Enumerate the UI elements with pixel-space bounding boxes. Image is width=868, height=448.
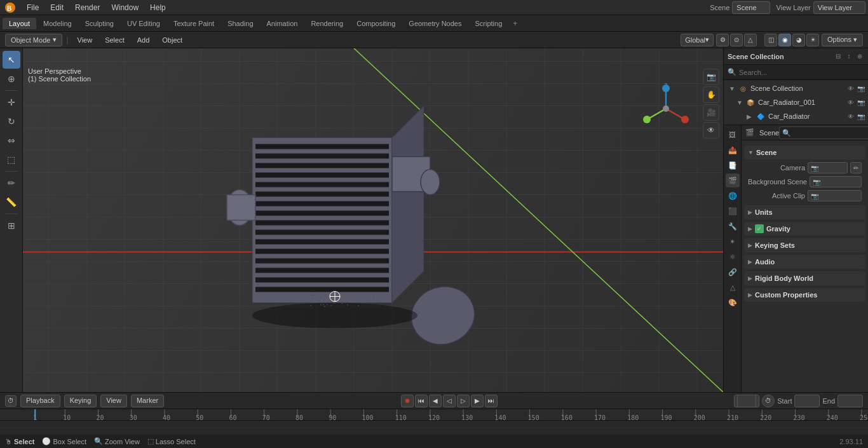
gravity-checkbox[interactable]: ✓ xyxy=(755,224,764,233)
tab-rendering[interactable]: Rendering xyxy=(304,18,349,29)
play-reverse-button[interactable]: ◁ xyxy=(443,395,456,407)
timeline-editor-icon[interactable]: ⏱ xyxy=(5,395,17,407)
timeline-body[interactable] xyxy=(0,420,868,434)
tab-scripting[interactable]: Scripting xyxy=(468,18,508,29)
keying-menu[interactable]: Keying xyxy=(64,395,97,407)
vp-menu-object[interactable]: Object xyxy=(157,35,187,45)
annotate-tool[interactable]: ✏ xyxy=(3,174,20,192)
jump-end-button[interactable]: ⏭ xyxy=(485,395,498,407)
outliner-search-input[interactable] xyxy=(739,69,864,76)
proportional-edit-button[interactable]: ⊙ xyxy=(730,34,743,46)
render-properties-icon[interactable]: 🖼 xyxy=(726,128,740,142)
measure-tool[interactable]: 📏 xyxy=(3,193,20,211)
restrict-viewport-icon[interactable]: 👁 xyxy=(846,84,855,93)
outliner-sort-icon[interactable]: ↕ xyxy=(844,52,853,61)
properties-search-input[interactable] xyxy=(779,126,868,139)
play-button[interactable]: ▷ xyxy=(457,395,470,407)
outliner-item-car-radiator[interactable]: ▶ 🔷 Car_Radiator 👁 📷 xyxy=(724,109,868,123)
tab-uv-editing[interactable]: UV Editing xyxy=(121,18,166,29)
outliner-filter-icon[interactable]: ⊟ xyxy=(834,52,843,61)
object-properties-icon[interactable]: ⬛ xyxy=(726,204,740,218)
transform-dropdown[interactable]: Global▾ xyxy=(681,34,714,46)
viewport-vis-icon[interactable]: 👁 xyxy=(846,98,855,107)
rendered-view-button[interactable]: ☀ xyxy=(806,34,819,46)
camera-value[interactable]: 📷 xyxy=(808,162,848,173)
restrict-render-icon[interactable]: 📷 xyxy=(857,84,865,93)
vp-menu-view[interactable]: View xyxy=(72,35,98,45)
solid-view-button[interactable]: ◉ xyxy=(778,34,791,46)
menu-help[interactable]: Help xyxy=(145,2,171,13)
active-clip-value[interactable]: 📷 xyxy=(808,190,862,201)
marker-menu[interactable]: Marker xyxy=(131,395,164,407)
menu-edit[interactable]: Edit xyxy=(45,2,69,13)
scene-canvas-3d[interactable] xyxy=(23,48,723,392)
car-radiator-render-icon[interactable]: 📷 xyxy=(857,112,865,121)
world-properties-icon[interactable]: 🌐 xyxy=(726,189,740,203)
camera-align-tool[interactable]: 🎥 xyxy=(703,104,719,121)
transform-pivot-button[interactable]: △ xyxy=(744,34,757,46)
jump-start-button[interactable]: ⏮ xyxy=(415,395,428,407)
rigid-body-world-section-header[interactable]: ▶ Rigid Body World xyxy=(744,271,865,285)
output-properties-icon[interactable]: 📤 xyxy=(726,143,740,157)
render-vis-icon[interactable]: 📷 xyxy=(857,98,865,107)
visibility-tool[interactable]: 👁 xyxy=(703,122,719,139)
expand-icon-2[interactable]: ▼ xyxy=(736,99,744,106)
object-mode-dropdown[interactable]: Object Mode ▾ xyxy=(5,34,62,46)
physics-properties-icon[interactable]: ⚛ xyxy=(726,250,740,264)
material-preview-button[interactable]: ◕ xyxy=(792,34,805,46)
transform-tool[interactable]: ⬚ xyxy=(3,151,20,168)
tab-animation[interactable]: Animation xyxy=(261,18,304,29)
pan-tool[interactable]: ✋ xyxy=(703,86,719,103)
background-scene-value[interactable]: 📷 xyxy=(810,176,862,187)
gravity-section-header[interactable]: ▶ ✓ Gravity xyxy=(744,222,865,236)
outliner-item-car-radiator-001[interactable]: ▼ 📦 Car_Radiator_001 👁 📷 xyxy=(724,95,868,109)
car-radiator-viewport-icon[interactable]: 👁 xyxy=(846,112,855,121)
rotate-tool[interactable]: ↻ xyxy=(3,112,20,130)
move-tool[interactable]: ✛ xyxy=(3,93,20,111)
object-data-properties-icon[interactable]: △ xyxy=(726,280,740,294)
camera-edit-icon[interactable]: ✏ xyxy=(850,162,862,173)
playback-menu[interactable]: Playback xyxy=(20,395,60,407)
audio-section-header[interactable]: ▶ Audio xyxy=(744,255,865,269)
outliner-item-scene-collection[interactable]: ▼ ◎ Scene Collection 👁 📷 xyxy=(724,81,868,95)
tab-texture-paint[interactable]: Texture Paint xyxy=(167,18,220,29)
keying-sets-section-header[interactable]: ▶ Keying Sets xyxy=(744,238,865,252)
particles-properties-icon[interactable]: ✴ xyxy=(726,234,740,248)
frame-start-input[interactable]: 1 xyxy=(794,395,820,407)
expand-icon-3[interactable]: ▶ xyxy=(747,113,754,120)
custom-properties-section-header[interactable]: ▶ Custom Properties xyxy=(744,288,865,302)
prev-frame-button[interactable]: ◀ xyxy=(429,395,442,407)
next-frame-button[interactable]: ▶ xyxy=(471,395,484,407)
timeline-ruler[interactable] xyxy=(0,409,868,420)
scale-tool[interactable]: ⇔ xyxy=(3,132,20,149)
material-properties-icon[interactable]: 🎨 xyxy=(726,295,740,309)
view-layer-properties-icon[interactable]: 📑 xyxy=(726,158,740,172)
cursor-tool[interactable]: ⊕ xyxy=(3,70,20,88)
modifier-properties-icon[interactable]: 🔧 xyxy=(726,219,740,233)
options-button[interactable]: Options ▾ xyxy=(822,34,863,46)
tab-modeling[interactable]: Modeling xyxy=(37,18,78,29)
units-section-header[interactable]: ▶ Units xyxy=(744,205,865,219)
tab-geometry-nodes[interactable]: Geometry Nodes xyxy=(402,18,468,29)
vp-menu-add[interactable]: Add xyxy=(132,35,155,45)
constraints-properties-icon[interactable]: 🔗 xyxy=(726,265,740,279)
menu-file[interactable]: File xyxy=(22,2,44,13)
view-menu[interactable]: View xyxy=(100,395,127,407)
vp-menu-select[interactable]: Select xyxy=(100,35,130,45)
menu-window[interactable]: Window xyxy=(106,2,144,13)
outliner-expand-icon[interactable]: ⊕ xyxy=(855,52,864,61)
tab-layout[interactable]: Layout xyxy=(3,18,36,29)
current-frame-input[interactable]: 1 xyxy=(737,395,756,407)
tab-shading[interactable]: Shading xyxy=(221,18,259,29)
record-button[interactable]: ⏺ xyxy=(401,395,414,407)
scene-section-header[interactable]: ▼ Scene xyxy=(744,146,865,160)
camera-view-tool[interactable]: 📷 xyxy=(703,69,719,85)
expand-icon[interactable]: ▼ xyxy=(729,85,736,92)
snap-button[interactable]: ⚙ xyxy=(716,34,729,46)
tab-compositing[interactable]: Compositing xyxy=(350,18,402,29)
select-tool[interactable]: ↖ xyxy=(3,51,20,69)
frame-end-input[interactable]: 250 xyxy=(837,395,863,407)
add-workspace-button[interactable]: + xyxy=(509,18,521,29)
view-layer-selector[interactable]: View Layer xyxy=(813,1,865,14)
wireframe-button[interactable]: ◫ xyxy=(764,34,777,46)
